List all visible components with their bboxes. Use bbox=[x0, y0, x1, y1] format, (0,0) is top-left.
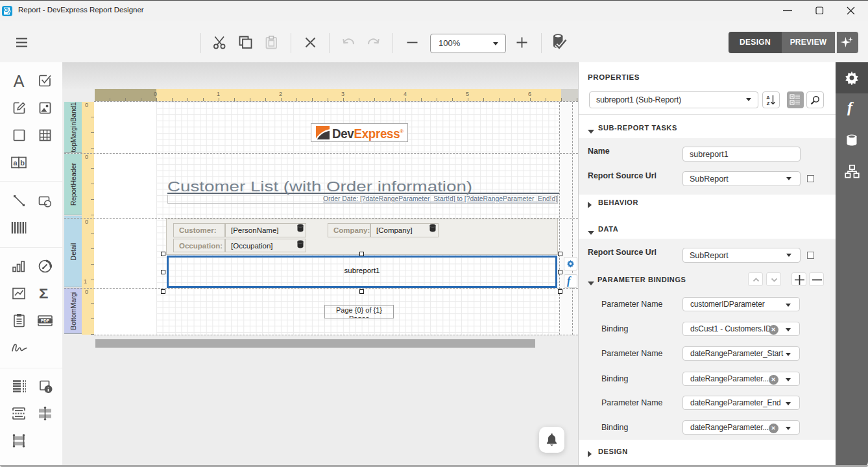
svg-text:b: b bbox=[20, 159, 25, 167]
svg-text:PDF: PDF bbox=[41, 318, 49, 323]
svg-text:A: A bbox=[766, 95, 770, 101]
svg-text:Z: Z bbox=[767, 101, 770, 106]
svg-text:a: a bbox=[13, 159, 18, 167]
